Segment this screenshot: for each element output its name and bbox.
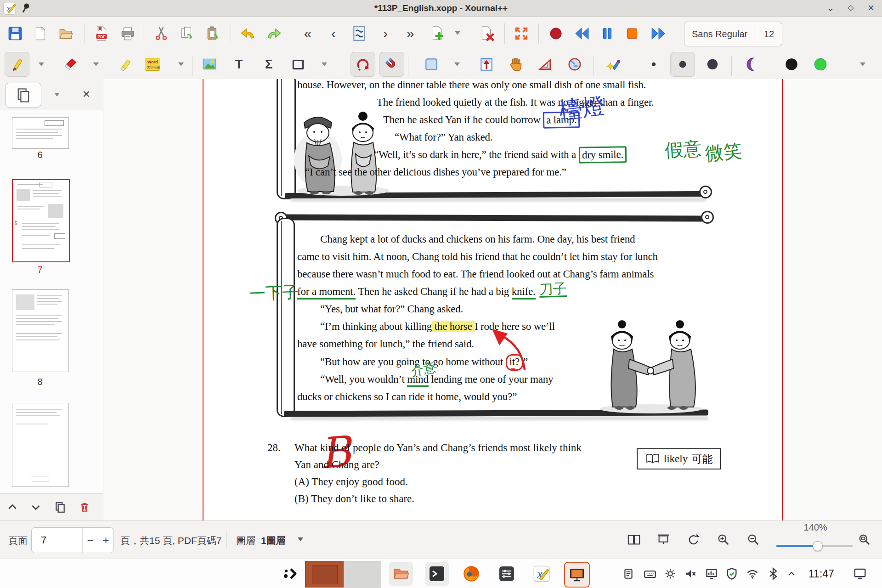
shape-tool-button[interactable] bbox=[286, 52, 311, 77]
redo-button[interactable] bbox=[261, 21, 286, 46]
pen-options-caret[interactable] bbox=[39, 62, 44, 66]
zoom-slider[interactable] bbox=[776, 541, 853, 550]
last-page-button[interactable]: » bbox=[398, 21, 423, 46]
window-minimize-button[interactable]: ⌄ bbox=[821, 0, 840, 17]
save-button[interactable] bbox=[3, 21, 28, 46]
page-decrement-button[interactable]: − bbox=[82, 528, 98, 553]
select-rectangle-button[interactable] bbox=[419, 52, 444, 77]
taskbar-files-app[interactable] bbox=[389, 562, 413, 586]
compass-tool-button[interactable] bbox=[562, 52, 587, 77]
undo-button[interactable] bbox=[236, 21, 260, 46]
window-close-button[interactable]: × bbox=[862, 0, 880, 17]
thickness-thick-button[interactable] bbox=[700, 52, 725, 77]
font-selector[interactable]: Sans Regular 12 bbox=[684, 22, 782, 46]
text-tool-button[interactable]: T bbox=[226, 52, 251, 77]
thickness-fine-button[interactable] bbox=[641, 52, 666, 77]
document-canvas[interactable]: house. However, on the dinner table ther… bbox=[103, 79, 882, 520]
workspace-switcher[interactable] bbox=[279, 562, 303, 586]
taskbar-screen-app-active[interactable] bbox=[564, 562, 590, 588]
move-page-up-button[interactable] bbox=[2, 497, 23, 517]
open-file-button[interactable] bbox=[53, 21, 78, 46]
font-size-value[interactable]: 12 bbox=[756, 23, 782, 45]
window-maximize-button[interactable]: ◇ bbox=[842, 0, 860, 17]
font-family-value[interactable]: Sans Regular bbox=[684, 29, 756, 40]
sidebar-close-button[interactable]: × bbox=[77, 85, 96, 104]
fast-forward-button[interactable] bbox=[646, 21, 671, 46]
default-tool-button[interactable] bbox=[601, 52, 626, 77]
taskbar-clock[interactable]: 11:47 bbox=[808, 559, 834, 588]
export-pdf-button[interactable]: PDF bbox=[89, 21, 114, 46]
tray-wifi-icon[interactable] bbox=[742, 562, 763, 586]
color-green-button[interactable] bbox=[808, 52, 833, 77]
vertical-space-button[interactable] bbox=[474, 52, 499, 77]
previous-page-button[interactable]: ‹ bbox=[321, 21, 346, 46]
document-page[interactable]: house. However, on the dinner table ther… bbox=[203, 79, 783, 520]
move-page-down-button[interactable] bbox=[26, 497, 46, 517]
shape-options-caret[interactable] bbox=[322, 62, 327, 66]
zoom-fit-button[interactable] bbox=[854, 529, 876, 551]
delete-page-sidebar-button[interactable] bbox=[74, 497, 95, 517]
copy-button[interactable] bbox=[175, 21, 200, 46]
pause-button[interactable] bbox=[595, 21, 620, 46]
tray-monitor-stats-icon[interactable] bbox=[701, 562, 722, 586]
thumbnail-page-9[interactable] bbox=[12, 403, 69, 487]
math-tex-button[interactable]: Σ bbox=[256, 52, 281, 77]
paste-button[interactable] bbox=[201, 21, 226, 46]
layer-value[interactable]: 1圖層 bbox=[261, 534, 286, 547]
text-sample-options-caret[interactable] bbox=[178, 62, 184, 66]
sidebar-mode-caret[interactable] bbox=[54, 93, 60, 96]
zoom-slider-handle[interactable] bbox=[813, 541, 823, 551]
layer-dropdown-caret[interactable] bbox=[298, 537, 303, 541]
tray-volume-muted-icon[interactable] bbox=[680, 562, 701, 586]
presentation-mode-button[interactable] bbox=[652, 529, 674, 551]
select-options-caret[interactable] bbox=[454, 62, 460, 66]
thumbnail-page-8[interactable] bbox=[12, 289, 69, 372]
hand-tool-button[interactable] bbox=[503, 52, 528, 77]
insert-image-button[interactable] bbox=[197, 52, 222, 77]
thumbnail-page-6[interactable] bbox=[12, 117, 69, 149]
print-button[interactable] bbox=[115, 21, 140, 46]
tray-bluetooth-icon[interactable] bbox=[763, 562, 783, 586]
tray-expand-chevron-icon[interactable] bbox=[782, 562, 801, 586]
fill-toggle-button[interactable] bbox=[740, 52, 765, 77]
first-page-button[interactable]: « bbox=[295, 21, 320, 46]
rewind-button[interactable] bbox=[570, 21, 594, 46]
thumbnail-page-7-selected[interactable]: 5 bbox=[12, 179, 70, 262]
page-increment-button[interactable]: + bbox=[98, 528, 113, 553]
tray-keyboard-icon[interactable] bbox=[640, 562, 660, 586]
dual-page-view-button[interactable] bbox=[623, 529, 645, 551]
fullscreen-button[interactable] bbox=[509, 21, 534, 46]
new-document-button[interactable] bbox=[28, 21, 53, 46]
highlighter-tool-button[interactable] bbox=[113, 52, 137, 77]
text-sample-tool-button[interactable]: Word文字示例 bbox=[140, 52, 165, 77]
setsquare-tool-button[interactable] bbox=[532, 52, 557, 77]
stop-button[interactable] bbox=[620, 21, 645, 46]
zoom-out-button[interactable] bbox=[742, 529, 764, 551]
pen-tool-button[interactable] bbox=[5, 52, 29, 77]
next-page-button[interactable]: › bbox=[373, 21, 398, 46]
reset-zoom-button[interactable] bbox=[683, 529, 705, 551]
snap-rotation-button[interactable] bbox=[351, 52, 375, 77]
page-number-input[interactable] bbox=[32, 528, 82, 553]
color-options-caret[interactable] bbox=[860, 62, 865, 66]
eraser-tool-button[interactable] bbox=[58, 52, 83, 77]
tray-brightness-icon[interactable] bbox=[660, 562, 680, 586]
thickness-medium-button[interactable] bbox=[670, 52, 695, 77]
tray-display-icon[interactable] bbox=[849, 562, 871, 586]
taskbar-firefox-app[interactable] bbox=[459, 562, 483, 586]
page-preview-button[interactable] bbox=[347, 21, 372, 46]
preview-pages-toggle[interactable] bbox=[6, 83, 41, 107]
color-black-button[interactable] bbox=[779, 52, 804, 77]
duplicate-page-button[interactable] bbox=[50, 497, 70, 517]
taskbar-settings-app[interactable] bbox=[495, 562, 519, 586]
taskbar-terminal-app[interactable] bbox=[425, 562, 449, 586]
cut-button[interactable] bbox=[149, 21, 174, 46]
tray-security-shield-icon[interactable] bbox=[722, 562, 742, 586]
zoom-in-button[interactable] bbox=[712, 529, 735, 551]
window-preview-document[interactable] bbox=[305, 561, 345, 588]
add-page-dropdown-caret[interactable] bbox=[455, 31, 460, 35]
record-audio-button[interactable] bbox=[543, 21, 568, 46]
window-preview-blank[interactable] bbox=[344, 561, 381, 588]
taskbar-xournal-app[interactable]: x bbox=[530, 562, 554, 586]
add-page-button[interactable] bbox=[424, 21, 449, 46]
